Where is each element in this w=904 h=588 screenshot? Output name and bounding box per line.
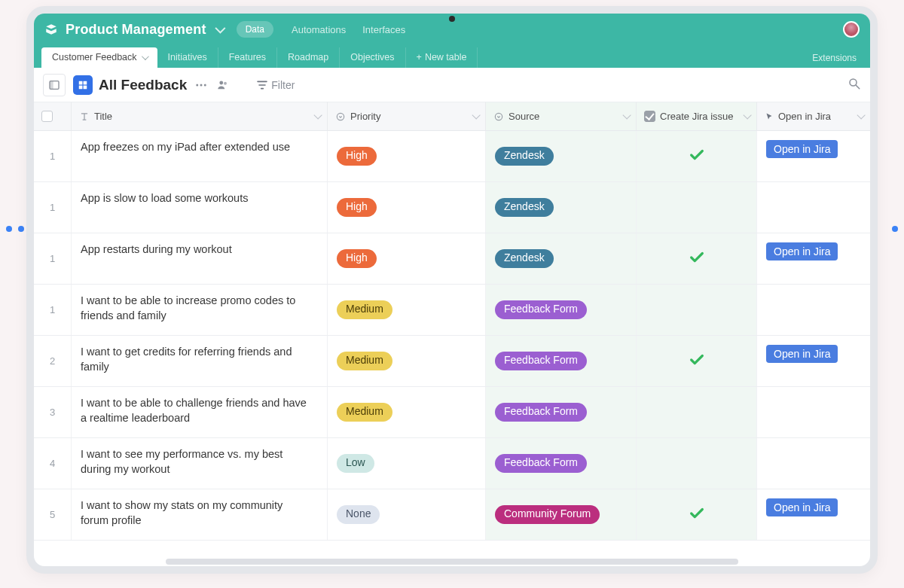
cell-create-jira[interactable]	[637, 131, 757, 181]
table-row[interactable]: 2I want to get credits for referring fri…	[34, 336, 870, 387]
chevron-down-icon[interactable]	[215, 23, 225, 34]
cell-create-jira[interactable]	[637, 233, 757, 284]
extensions-link[interactable]: Extensions	[806, 48, 863, 68]
svg-point-6	[196, 84, 198, 86]
select-all-header[interactable]	[34, 102, 72, 130]
cell-priority[interactable]: Low	[328, 438, 486, 489]
cell-title[interactable]: I want to show my stats on my community …	[72, 489, 328, 540]
chevron-down-icon[interactable]	[743, 111, 751, 119]
view-switcher[interactable]: All Feedback	[73, 75, 187, 95]
chevron-down-icon[interactable]	[622, 111, 631, 119]
view-toolbar: All Feedback Filter	[34, 68, 870, 102]
cell-title[interactable]: App is slow to load some workouts	[72, 182, 328, 233]
cell-open-jira[interactable]: Open in Jira	[757, 489, 870, 540]
svg-point-14	[495, 113, 502, 120]
select-icon	[493, 111, 504, 122]
open-in-jira-button[interactable]: Open in Jira	[766, 498, 838, 516]
cell-title[interactable]: App restarts during my workout	[72, 233, 328, 284]
row-index: 1	[34, 131, 72, 181]
cell-source[interactable]: Zendesk	[486, 131, 637, 181]
table-row[interactable]: 5I want to show my stats on my community…	[34, 489, 870, 541]
priority-badge: None	[337, 505, 380, 524]
tab-initiatives[interactable]: Initiatives	[157, 47, 218, 68]
cell-open-jira[interactable]	[757, 182, 870, 233]
chevron-down-icon[interactable]	[142, 53, 149, 60]
cell-title[interactable]: I want to be able to challenge friends a…	[72, 387, 328, 437]
topnav-automations[interactable]: Automations	[292, 24, 346, 35]
cell-create-jira[interactable]	[637, 336, 757, 386]
topnav-data[interactable]: Data	[237, 21, 273, 38]
table-row[interactable]: 1App is slow to load some workoutsHighZe…	[34, 182, 870, 233]
tab-objectives[interactable]: Objectives	[340, 47, 405, 68]
chevron-down-icon[interactable]	[472, 111, 480, 119]
cell-open-jira[interactable]: Open in Jira	[757, 336, 870, 386]
source-badge: Feedback Form	[495, 300, 587, 319]
open-in-jira-button[interactable]: Open in Jira	[766, 140, 838, 158]
view-options-button[interactable]	[194, 78, 208, 92]
chevron-down-icon[interactable]	[313, 111, 322, 119]
cell-open-jira[interactable]: Open in Jira	[757, 131, 870, 181]
checkbox-icon[interactable]	[41, 111, 53, 122]
cell-open-jira[interactable]	[757, 285, 870, 335]
topnav-interfaces[interactable]: Interfaces	[362, 24, 405, 35]
cell-create-jira[interactable]	[637, 387, 757, 437]
table-tabs: Customer Feedback Initiatives Features R…	[34, 45, 870, 68]
cell-priority[interactable]: High	[328, 131, 486, 181]
cell-source[interactable]: Feedback Form	[486, 438, 637, 489]
toggle-sidebar-button[interactable]	[43, 74, 66, 96]
table-row[interactable]: 1App restarts during my workoutHighZende…	[34, 233, 870, 285]
column-source[interactable]: Source	[486, 102, 637, 130]
home-indicator	[166, 559, 738, 565]
cell-source[interactable]: Zendesk	[486, 233, 637, 284]
avatar[interactable]	[843, 21, 860, 38]
svg-rect-5	[84, 85, 87, 89]
tab-roadmap[interactable]: Roadmap	[277, 47, 340, 68]
column-title[interactable]: Title	[72, 102, 328, 130]
cell-priority[interactable]: Medium	[328, 387, 486, 437]
cell-priority[interactable]: None	[328, 489, 486, 540]
table-row[interactable]: 3I want to be able to challenge friends …	[34, 387, 870, 438]
table-body: 1App freezes on my iPad after extended u…	[34, 131, 870, 541]
cell-create-jira[interactable]	[637, 182, 757, 233]
new-table-button[interactable]: + New table	[406, 47, 478, 68]
column-open-jira[interactable]: Open in Jira	[757, 102, 870, 130]
table-row[interactable]: 4I want to see my performance vs. my bes…	[34, 438, 870, 489]
column-label: Title	[94, 111, 112, 122]
cell-priority[interactable]: High	[328, 182, 486, 233]
carousel-dot-right	[892, 226, 898, 232]
cell-source[interactable]: Feedback Form	[486, 336, 637, 386]
text-icon	[79, 111, 90, 122]
svg-point-8	[204, 84, 206, 86]
share-button[interactable]	[215, 78, 231, 92]
open-in-jira-button[interactable]: Open in Jira	[766, 345, 838, 363]
cell-priority[interactable]: High	[328, 233, 486, 284]
airtable-logo-icon	[44, 23, 58, 36]
cell-create-jira[interactable]	[637, 438, 757, 489]
column-priority[interactable]: Priority	[328, 102, 486, 130]
cell-source[interactable]: Feedback Form	[486, 387, 637, 437]
cell-title[interactable]: I want to be able to increase promo code…	[72, 285, 328, 335]
cell-priority[interactable]: Medium	[328, 336, 486, 386]
tab-features[interactable]: Features	[218, 47, 277, 68]
tab-customer-feedback[interactable]: Customer Feedback	[41, 47, 157, 68]
search-button[interactable]	[848, 77, 861, 93]
open-in-jira-button[interactable]: Open in Jira	[766, 242, 838, 260]
cell-source[interactable]: Community Forum	[486, 489, 637, 540]
cell-title[interactable]: I want to see my performance vs. my best…	[72, 438, 328, 489]
cell-title[interactable]: I want to get credits for referring frie…	[72, 336, 328, 386]
cell-create-jira[interactable]	[637, 489, 757, 540]
filter-button[interactable]: Filter	[256, 79, 295, 91]
cell-open-jira[interactable]: Open in Jira	[757, 233, 870, 284]
table-row[interactable]: 1I want to be able to increase promo cod…	[34, 285, 870, 336]
table-row[interactable]: 1App freezes on my iPad after extended u…	[34, 131, 870, 182]
cell-priority[interactable]: Medium	[328, 285, 486, 335]
cell-open-jira[interactable]	[757, 387, 870, 437]
cell-open-jira[interactable]	[757, 438, 870, 489]
column-create-jira[interactable]: Create Jira issue	[637, 102, 757, 130]
cell-create-jira[interactable]	[637, 285, 757, 335]
workspace-title[interactable]: Product Management	[66, 22, 206, 38]
cell-source[interactable]: Feedback Form	[486, 285, 637, 335]
cell-source[interactable]: Zendesk	[486, 182, 637, 233]
cell-title[interactable]: App freezes on my iPad after extended us…	[72, 131, 328, 181]
chevron-down-icon[interactable]	[857, 111, 865, 119]
